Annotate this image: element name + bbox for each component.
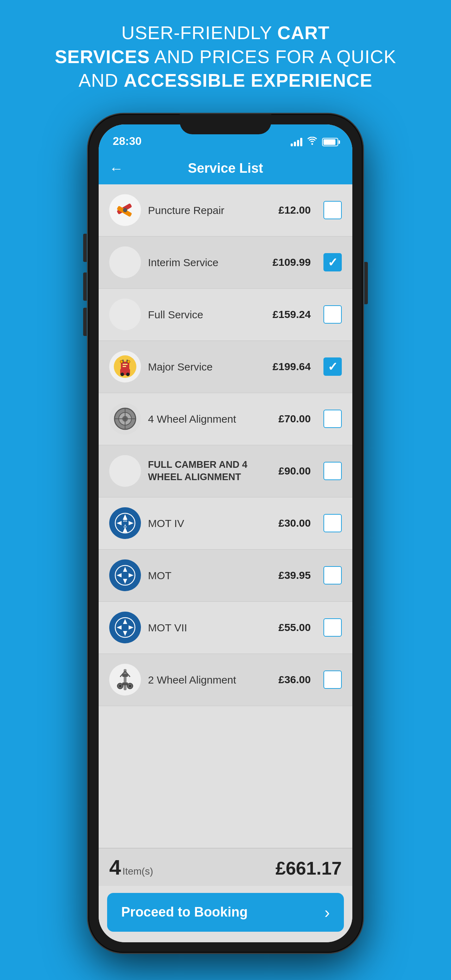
svg-point-6 [126, 372, 130, 376]
mot-icon [109, 560, 141, 591]
service-checkbox-10[interactable] [324, 670, 342, 689]
app-header: ← Service List [98, 153, 353, 185]
svg-point-5 [121, 372, 124, 376]
service-name-7: MOT IV [148, 516, 271, 530]
cart-count: 4 Item(s) [109, 857, 153, 878]
service-checkbox-6[interactable] [324, 462, 342, 480]
wheel-alignment-2-icon [109, 664, 141, 695]
svg-point-12 [120, 360, 123, 363]
service-price-1: £12.00 [278, 204, 311, 216]
service-checkbox-9[interactable] [324, 618, 342, 636]
service-item: 2 Wheel Alignment £36.00 [98, 654, 353, 706]
headline-line1-normal: USER-FRIENDLY [121, 22, 277, 43]
mot-iv-icon: ⚠ ⚠ [109, 507, 141, 539]
battery-icon [322, 138, 338, 146]
service-name-2: Interim Service [148, 256, 266, 269]
service-item: Major Service £199.64 [98, 341, 353, 393]
service-item: FULL CAMBER AND 4WHEEL ALIGNMENT £90.00 [98, 445, 353, 497]
service-items: Puncture Repair £12.00 Interim Service £… [98, 185, 353, 848]
service-name-9: MOT VII [148, 621, 271, 635]
service-name-3: Full Service [148, 308, 266, 321]
svg-point-47 [129, 685, 131, 687]
headline-line1-bold: CART [277, 22, 329, 43]
wifi-icon [307, 137, 317, 148]
service-name-5: 4 Wheel Alignment [148, 412, 271, 426]
service-checkbox-7[interactable] [324, 514, 342, 532]
service-checkbox-2[interactable] [324, 253, 342, 271]
svg-rect-40 [122, 674, 128, 677]
service-name-6: FULL CAMBER AND 4WHEEL ALIGNMENT [148, 459, 271, 483]
service-checkbox-5[interactable] [324, 410, 342, 428]
service-price-4: £199.64 [273, 361, 311, 372]
cart-total: £661.17 [276, 858, 342, 879]
service-price-5: £70.00 [278, 413, 311, 425]
service-price-3: £159.24 [273, 309, 311, 320]
status-time: 28:30 [113, 135, 141, 149]
phone-notch [180, 114, 271, 134]
full-camber-icon [109, 455, 141, 487]
headline-line2-bold: SERVICES [55, 46, 150, 67]
proceed-to-booking-button[interactable]: Proceed to Booking › [107, 893, 344, 932]
service-name-4: Major Service [148, 360, 266, 374]
service-price-9: £55.00 [278, 622, 311, 633]
service-item: Interim Service £109.99 [98, 237, 353, 289]
service-checkbox-1[interactable] [324, 201, 342, 219]
service-price-7: £30.00 [278, 517, 311, 529]
signal-icon [291, 138, 302, 146]
svg-point-13 [127, 360, 130, 363]
status-icons [291, 137, 338, 149]
wheel-alignment-4-icon [109, 403, 141, 435]
proceed-button-label: Proceed to Booking [121, 905, 248, 920]
service-item: 4 Wheel Alignment £70.00 [98, 393, 353, 445]
service-list: Puncture Repair £12.00 Interim Service £… [98, 185, 353, 942]
cart-count-number: 4 [109, 857, 121, 878]
service-item: MOT VII £55.00 [98, 602, 353, 654]
service-item: MOT £39.95 [98, 550, 353, 602]
phone-screen: 28:30 ← Ser [98, 124, 353, 942]
service-name-10: 2 Wheel Alignment [148, 673, 271, 687]
service-name-8: MOT [148, 569, 271, 582]
cart-count-label: Item(s) [122, 866, 153, 877]
cart-summary: 4 Item(s) £661.17 [98, 848, 353, 886]
header-title: Service List [188, 161, 263, 176]
major-service-icon [109, 351, 141, 382]
service-checkbox-3[interactable] [324, 305, 342, 324]
svg-point-46 [119, 685, 121, 687]
back-button[interactable]: ← [109, 161, 123, 175]
service-price-8: £39.95 [278, 569, 311, 581]
interim-service-icon [109, 247, 141, 278]
headline-line3-bold: ACCESSIBLE EXPERIENCE [124, 70, 372, 91]
service-checkbox-8[interactable] [324, 566, 342, 584]
svg-rect-10 [122, 364, 127, 365]
service-item: Full Service £159.24 [98, 289, 353, 341]
phone-mockup: 28:30 ← Ser [88, 114, 363, 953]
service-checkbox-4[interactable] [324, 358, 342, 376]
service-price-10: £36.00 [278, 674, 311, 686]
puncture-repair-icon [109, 194, 141, 226]
headline-section: USER-FRIENDLY CART SERVICES AND PRICES F… [41, 0, 410, 107]
service-item: Puncture Repair £12.00 [98, 185, 353, 237]
service-name-1: Puncture Repair [148, 204, 271, 217]
svg-point-2 [123, 208, 127, 212]
headline-line3-normal: AND [79, 70, 124, 91]
full-service-icon [109, 299, 141, 330]
service-item: ⚠ ⚠ MOT IV £30.00 [98, 497, 353, 550]
svg-rect-11 [122, 366, 126, 367]
phone-shell: 28:30 ← Ser [88, 114, 363, 953]
proceed-arrow-icon: › [324, 903, 330, 922]
mot-vii-icon [109, 612, 141, 643]
service-price-6: £90.00 [278, 465, 311, 477]
headline-line2-normal: AND PRICES FOR A QUICK [150, 46, 396, 67]
service-price-2: £109.99 [273, 256, 311, 268]
